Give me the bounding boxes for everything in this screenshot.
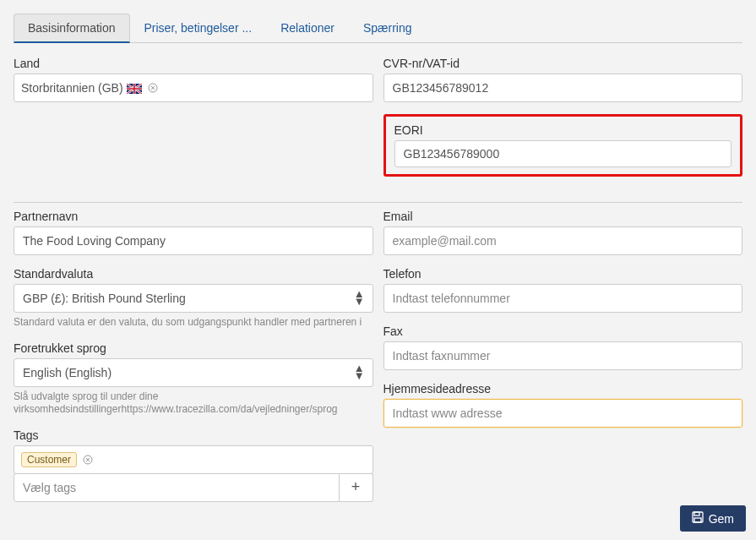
save-button[interactable]: Gem xyxy=(680,505,746,532)
svg-rect-4 xyxy=(694,512,699,515)
tags-field-group: Tags Customer + xyxy=(14,428,373,502)
eori-label: EORI xyxy=(394,123,732,137)
currency-value: GBP (£): British Pound Sterling xyxy=(23,292,186,305)
eori-highlight: EORI xyxy=(383,114,743,177)
currency-field-group: Standardvaluta GBP (£): British Pound St… xyxy=(14,267,373,330)
phone-input[interactable] xyxy=(383,284,743,313)
left-column-2: Partnernavn Standardvaluta GBP (£): Brit… xyxy=(14,210,373,514)
plus-icon: + xyxy=(351,478,361,496)
language-hint: Slå udvalgte sprog til under dine virkso… xyxy=(14,390,373,417)
email-input[interactable] xyxy=(383,226,743,255)
form-container-2: Partnernavn Standardvaluta GBP (£): Brit… xyxy=(0,210,756,527)
website-field-group: Hjemmesideadresse xyxy=(383,382,743,428)
country-field-group: Land Storbritannien (GB) xyxy=(14,57,373,102)
tag-chip-customer[interactable]: Customer xyxy=(21,452,77,467)
currency-hint: Standard valuta er den valuta, du som ud… xyxy=(14,316,373,330)
country-input[interactable]: Storbritannien (GB) xyxy=(14,74,373,102)
language-field-group: Foretrukket sprog English (English) ▲▼ S… xyxy=(14,341,373,417)
currency-label: Standardvaluta xyxy=(14,267,373,281)
partnername-field-group: Partnernavn xyxy=(14,210,373,255)
eori-input[interactable] xyxy=(394,140,732,167)
language-select[interactable]: English (English) xyxy=(14,358,373,387)
country-value: Storbritannien (GB) xyxy=(21,81,123,95)
vat-input[interactable] xyxy=(383,74,743,102)
fax-field-group: Fax xyxy=(383,325,743,370)
phone-label: Telefon xyxy=(383,267,743,281)
email-label: Email xyxy=(383,210,743,223)
left-column: Land Storbritannien (GB) xyxy=(14,57,373,188)
language-value: English (English) xyxy=(23,366,111,379)
fax-input[interactable] xyxy=(383,341,743,370)
tags-container[interactable]: Customer xyxy=(14,445,373,474)
tag-chip-label: Customer xyxy=(27,454,71,466)
country-clear-icon[interactable] xyxy=(147,82,159,94)
tabs: Basisinformation Priser, betingelser ...… xyxy=(14,14,742,43)
website-label: Hjemmesideadresse xyxy=(383,382,743,395)
tab-priser[interactable]: Priser, betingelser ... xyxy=(130,14,267,43)
svg-rect-5 xyxy=(694,518,701,522)
right-top-column: CVR-nr/VAT-id EORI xyxy=(383,57,743,188)
save-button-label: Gem xyxy=(709,512,734,526)
phone-field-group: Telefon xyxy=(383,267,743,313)
partnername-input[interactable] xyxy=(14,226,373,255)
right-column-2: Email Telefon Fax Hjemmesideadresse xyxy=(383,210,743,514)
website-input[interactable] xyxy=(383,399,743,428)
partnername-label: Partnernavn xyxy=(14,210,373,223)
tab-basisinformation[interactable]: Basisinformation xyxy=(14,14,130,43)
country-label: Land xyxy=(14,57,373,70)
tags-label: Tags xyxy=(14,428,373,442)
tab-relationer[interactable]: Relationer xyxy=(266,14,349,43)
tags-input[interactable] xyxy=(14,473,340,502)
add-tag-button[interactable]: + xyxy=(340,473,373,502)
email-field-group: Email xyxy=(383,210,743,255)
tag-remove-icon[interactable] xyxy=(82,454,94,466)
currency-select[interactable]: GBP (£): British Pound Sterling xyxy=(14,284,373,313)
section-divider xyxy=(14,202,742,203)
fax-label: Fax xyxy=(383,325,743,338)
vat-field-group: CVR-nr/VAT-id xyxy=(383,57,743,102)
language-label: Foretrukket sprog xyxy=(14,341,373,355)
flag-uk-icon xyxy=(127,83,142,93)
form-container: Land Storbritannien (GB) xyxy=(0,43,756,202)
vat-label: CVR-nr/VAT-id xyxy=(383,57,743,70)
save-icon xyxy=(692,511,704,526)
tab-spaerring[interactable]: Spærring xyxy=(349,14,427,43)
